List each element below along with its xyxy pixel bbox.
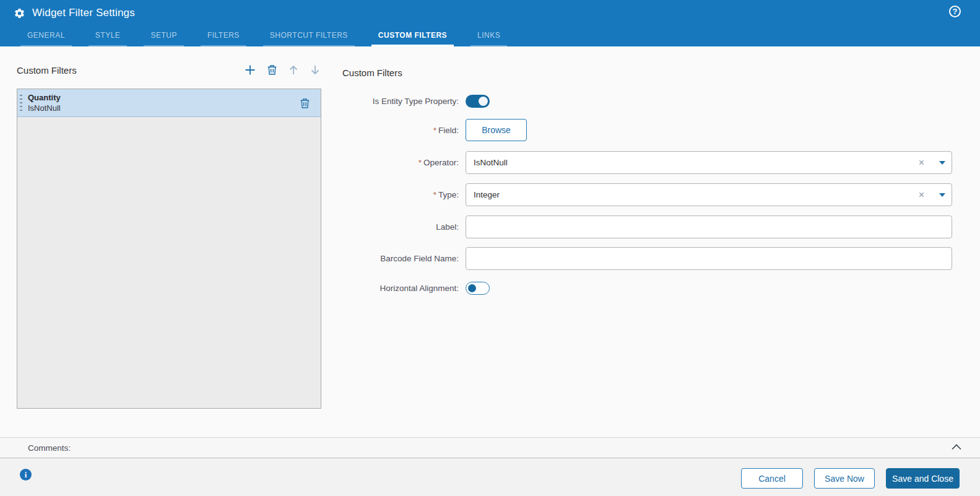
footer-actions: Cancel Save Now Save and Close: [741, 468, 960, 489]
save-and-close-button[interactable]: Save and Close: [886, 468, 960, 489]
dialog-header: Widget Filter Settings ? GENERAL STYLE S…: [0, 0, 980, 46]
save-now-button[interactable]: Save Now: [814, 468, 875, 489]
add-filter-button[interactable]: [244, 64, 256, 76]
barcode-field-name-label: Barcode Field Name:: [342, 254, 466, 263]
operator-dropdown[interactable]: IsNotNull ×: [466, 151, 952, 174]
toggle-knob: [468, 284, 476, 292]
left-panel-title: Custom Filters: [17, 65, 77, 76]
help-icon[interactable]: ?: [949, 6, 961, 17]
arrow-up-icon: [288, 64, 298, 76]
tab-custom-filters[interactable]: CUSTOM FILTERS: [371, 31, 454, 46]
operator-value: IsNotNull: [474, 158, 919, 167]
tab-style[interactable]: STYLE: [89, 31, 128, 46]
required-marker: *: [418, 158, 422, 167]
clear-icon[interactable]: ×: [919, 190, 924, 200]
cancel-button[interactable]: Cancel: [741, 468, 803, 489]
tab-shortcut-filters[interactable]: SHORTCUT FILTERS: [263, 31, 355, 46]
tab-general[interactable]: GENERAL: [20, 31, 72, 46]
plus-icon: [245, 64, 256, 76]
arrow-down-icon: [310, 64, 320, 76]
item-delete-button[interactable]: [300, 98, 310, 108]
is-entity-type-property-label: Is Entity Type Property:: [342, 97, 466, 106]
row-is-entity-type-property: Is Entity Type Property:: [342, 94, 952, 108]
drag-handle-icon[interactable]: [20, 95, 22, 111]
type-label: *Type:: [342, 190, 466, 199]
dialog-title: Widget Filter Settings: [32, 7, 135, 19]
caret-down-icon[interactable]: [939, 161, 945, 165]
move-down-button[interactable]: [309, 64, 321, 76]
required-marker: *: [433, 126, 436, 135]
tab-filters[interactable]: FILTERS: [201, 31, 246, 46]
horizontal-alignment-toggle[interactable]: [466, 282, 490, 295]
list-item-title: Quantity: [28, 92, 61, 103]
clear-icon[interactable]: ×: [919, 158, 924, 168]
gear-icon: [14, 7, 25, 19]
required-marker: *: [433, 190, 436, 199]
comments-label: Comments:: [28, 443, 71, 453]
trash-icon: [300, 98, 310, 109]
type-dropdown[interactable]: Integer ×: [466, 183, 952, 206]
custom-filters-list: Quantity IsNotNull: [17, 89, 321, 409]
chevron-up-icon: [951, 443, 962, 451]
list-item-texts: Quantity IsNotNull: [28, 92, 61, 113]
form-title: Custom Filters: [342, 67, 402, 78]
caret-down-icon[interactable]: [939, 193, 945, 197]
info-icon[interactable]: i: [20, 469, 32, 481]
toggle-knob: [479, 97, 488, 106]
list-item-quantity[interactable]: Quantity IsNotNull: [17, 89, 321, 117]
list-item-subtitle: IsNotNull: [28, 103, 61, 113]
row-label: Label:: [342, 215, 952, 238]
row-barcode-field-name: Barcode Field Name:: [342, 247, 952, 270]
label-input[interactable]: [466, 215, 952, 238]
trash-icon: [267, 64, 277, 76]
operator-label: *Operator:: [342, 158, 466, 167]
browse-button[interactable]: Browse: [466, 119, 527, 141]
tab-links[interactable]: LINKS: [470, 31, 507, 46]
left-panel-header: Custom Filters: [17, 64, 321, 76]
is-entity-type-property-toggle[interactable]: [466, 95, 490, 108]
field-label: *Field:: [342, 126, 466, 135]
dialog-footer: i Cancel Save Now Save and Close: [0, 458, 980, 496]
tab-bar: GENERAL STYLE SETUP FILTERS SHORTCUT FIL…: [20, 31, 524, 46]
list-toolbar: [244, 64, 321, 76]
widget-filter-settings-dialog: Widget Filter Settings ? GENERAL STYLE S…: [0, 0, 980, 496]
label-label: Label:: [342, 222, 466, 232]
tab-setup[interactable]: SETUP: [144, 31, 184, 46]
delete-filter-button[interactable]: [266, 64, 278, 76]
comments-bar[interactable]: Comments:: [0, 437, 980, 458]
horizontal-alignment-label: Horizontal Alignment:: [342, 284, 466, 293]
title-row: Widget Filter Settings: [0, 0, 980, 19]
collapse-comments-button[interactable]: [951, 443, 962, 451]
row-field: *Field: Browse: [342, 119, 952, 141]
row-operator: *Operator: IsNotNull ×: [342, 151, 952, 174]
row-type: *Type: Integer ×: [342, 183, 952, 206]
type-value: Integer: [474, 190, 919, 199]
row-horizontal-alignment: Horizontal Alignment:: [342, 281, 952, 295]
barcode-field-name-input[interactable]: [466, 247, 952, 270]
move-up-button[interactable]: [287, 64, 300, 76]
